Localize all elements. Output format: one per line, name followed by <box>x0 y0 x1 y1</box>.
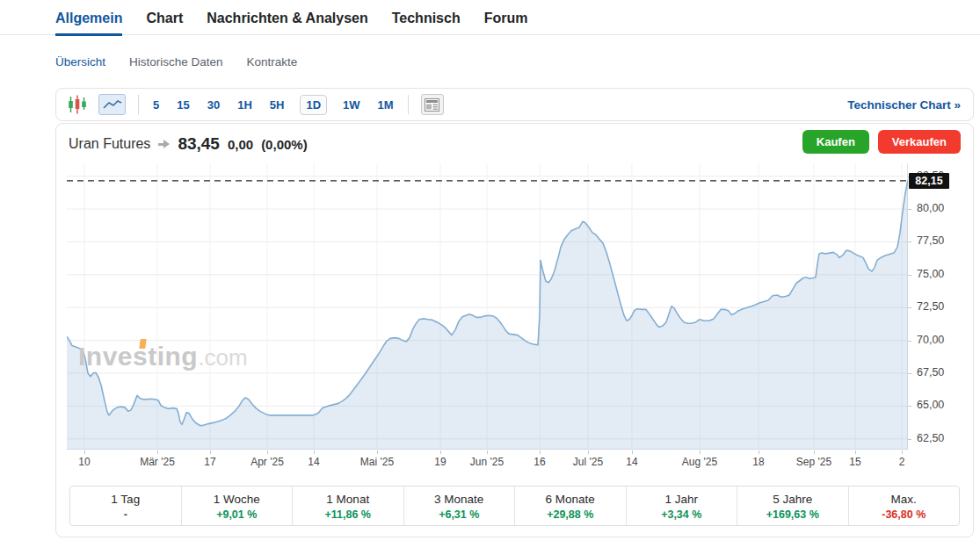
x-tick-label: 2 <box>899 456 905 468</box>
perf-cell-1-jahr: 1 Jahr+3,34 % <box>626 487 737 525</box>
instrument-change: 0,00 <box>228 137 253 152</box>
perf-cell-1-monat: 1 Monat+11,86 % <box>292 487 403 525</box>
x-tick-label: Jul '25 <box>573 456 603 468</box>
tab-nachrichten-analysen[interactable]: Nachrichten & Analysen <box>207 11 367 36</box>
subnav-item-übersicht[interactable]: Übersicht <box>55 55 105 68</box>
chart-card: Uran Futures 83,45 0,00 (0,00%) Kaufen V… <box>55 123 974 537</box>
perf-change-value: +3,34 % <box>627 508 737 521</box>
y-tick <box>908 209 911 210</box>
interval-1h[interactable]: 1H <box>236 96 254 114</box>
main-tab-bar: AllgemeinChartNachrichten & AnalysenTech… <box>0 0 980 35</box>
x-tick-label: 10 <box>78 456 90 468</box>
sub-nav: ÜbersichtHistorische DatenKontrakte <box>55 55 297 68</box>
y-tick <box>908 341 911 342</box>
candlestick-chart-icon[interactable] <box>67 94 88 115</box>
buy-button[interactable]: Kaufen <box>802 130 869 154</box>
perf-change-value: +6,31 % <box>404 508 515 521</box>
x-tick <box>377 450 378 454</box>
interval-5[interactable]: 5 <box>151 96 161 114</box>
instrument-price: 83,45 <box>178 134 220 154</box>
perf-period-label: 1 Tag <box>70 493 181 506</box>
technical-chart-link[interactable]: Technischer Chart » <box>847 98 961 112</box>
x-tick-label: Mai '25 <box>360 456 394 468</box>
x-tick <box>632 450 633 454</box>
x-tick-label: 19 <box>434 456 446 468</box>
perf-period-label: 5 Jahre <box>737 493 848 506</box>
x-tick-label: Aug '25 <box>682 456 717 468</box>
perf-cell-5-jahre: 5 Jahre+169,63 % <box>737 487 848 525</box>
perf-period-label: Max. <box>849 493 960 506</box>
subnav-item-historische-daten[interactable]: Historische Daten <box>129 55 223 68</box>
y-tick-label: 80,00 <box>917 202 944 214</box>
x-tick <box>588 450 589 454</box>
y-tick <box>908 307 911 308</box>
y-tick <box>908 406 911 407</box>
x-tick <box>210 450 211 454</box>
perf-cell-1-tag: 1 Tag- <box>70 487 181 525</box>
interval-30[interactable]: 30 <box>206 96 221 114</box>
y-tick <box>908 439 911 440</box>
x-tick <box>267 450 268 454</box>
instrument-name: Uran Futures <box>69 136 150 152</box>
tab-chart[interactable]: Chart <box>146 11 183 36</box>
perf-cell-1-woche: 1 Woche+9,01 % <box>181 487 293 525</box>
y-tick <box>908 241 911 242</box>
plot-area[interactable]: Investing.com <box>67 163 908 450</box>
x-tick-label: 17 <box>204 456 215 468</box>
chart-toolbar: 515301H5H1D1W1M Technischer Chart » <box>55 88 974 121</box>
current-price-badge: 82,15 <box>909 173 949 189</box>
y-tick <box>908 275 911 276</box>
interval-15[interactable]: 15 <box>175 96 191 114</box>
interval-1w[interactable]: 1W <box>341 96 362 114</box>
interval-buttons: 515301H5H1D1W1M <box>151 95 396 115</box>
x-tick-label: 16 <box>534 456 545 468</box>
y-tick-label: 67,50 <box>917 366 944 378</box>
x-tick-label: 14 <box>308 456 319 468</box>
perf-change-value: +11,86 % <box>293 508 403 521</box>
interval-1d[interactable]: 1D <box>300 95 327 115</box>
tab-forum[interactable]: Forum <box>484 11 528 36</box>
interval-5h[interactable]: 5H <box>268 96 287 114</box>
line-chart-icon[interactable] <box>98 94 126 115</box>
price-chart: Investing.com 82,5080,0077,5075,0072,507… <box>56 163 973 471</box>
right-arrow-icon <box>158 140 170 148</box>
news-layout-icon[interactable] <box>421 94 444 115</box>
x-axis: 10Mär '2517Apr '2514Mai '2519Jun '2516Ju… <box>67 450 908 470</box>
y-tick-label: 65,00 <box>917 399 944 411</box>
x-tick-label: Apr '25 <box>250 456 284 468</box>
x-tick-label: Jun '25 <box>470 456 504 468</box>
performance-table: 1 Tag-1 Woche+9,01 %1 Monat+11,86 %3 Mon… <box>69 486 960 526</box>
perf-change-value: - <box>70 508 181 521</box>
x-tick <box>814 450 815 454</box>
x-tick <box>84 450 85 454</box>
x-tick <box>487 450 488 454</box>
y-axis: 82,5080,0077,5075,0072,5070,0067,5065,00… <box>908 163 973 450</box>
perf-period-label: 6 Monate <box>515 493 626 506</box>
x-tick <box>902 450 903 454</box>
x-tick-label: 15 <box>849 456 860 468</box>
perf-change-value: +29,88 % <box>515 508 626 521</box>
x-tick <box>540 450 541 454</box>
x-tick <box>700 450 701 454</box>
x-tick-label: 14 <box>626 456 637 468</box>
y-tick-label: 77,50 <box>917 234 944 247</box>
subnav-item-kontrakte[interactable]: Kontrakte <box>247 55 298 68</box>
y-tick-label: 75,00 <box>917 268 944 280</box>
y-tick-label: 62,50 <box>917 432 944 444</box>
perf-change-value: +9,01 % <box>182 508 293 521</box>
tab-technisch[interactable]: Technisch <box>392 11 461 36</box>
x-tick-label: 18 <box>752 456 764 468</box>
interval-1m[interactable]: 1M <box>376 96 396 114</box>
perf-cell-max: Max.-36,80 % <box>848 487 960 525</box>
perf-period-label: 1 Jahr <box>627 493 737 506</box>
x-tick <box>314 450 315 454</box>
sell-button[interactable]: Verkaufen <box>878 130 961 154</box>
x-tick-label: Mär '25 <box>140 456 175 468</box>
toolbar-divider <box>408 95 409 114</box>
perf-period-label: 1 Monat <box>293 493 403 506</box>
perf-change-value: -36,80 % <box>849 508 960 521</box>
perf-period-label: 3 Monate <box>404 493 515 506</box>
tab-allgemein[interactable]: Allgemein <box>55 11 122 36</box>
instrument-header: Uran Futures 83,45 0,00 (0,00%) <box>69 131 308 157</box>
y-tick-label: 72,50 <box>917 300 944 313</box>
